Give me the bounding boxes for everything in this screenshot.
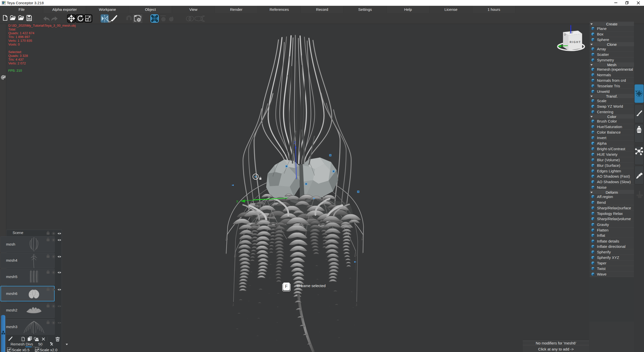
svg-text:RIGHT: RIGHT bbox=[570, 41, 581, 44]
svg-text:Z: Z bbox=[294, 141, 296, 145]
svg-text:y: y bbox=[236, 199, 238, 203]
svg-text:F: F bbox=[285, 284, 288, 289]
